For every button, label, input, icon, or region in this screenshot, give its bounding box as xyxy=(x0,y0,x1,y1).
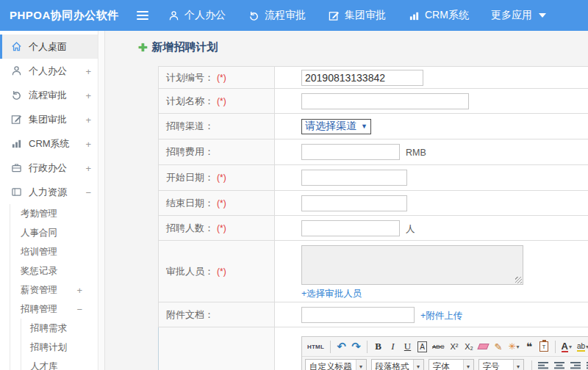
nav-workflow-approval[interactable]: 流程审批 xyxy=(248,9,306,22)
heading-dropdown[interactable]: 自定义标题 ▾ xyxy=(305,359,367,370)
wand-icon: ✳ xyxy=(508,341,515,352)
sidebar-item-crm-system[interactable]: CRM系统 + xyxy=(0,131,98,156)
align-left-button[interactable] xyxy=(536,359,551,370)
expand-icon[interactable]: + xyxy=(85,138,91,149)
superscript-button[interactable]: X² xyxy=(447,339,461,355)
nav-group-approval[interactable]: 集团审批 xyxy=(328,9,386,22)
sidebar-item-personal-office[interactable]: 个人办公 + xyxy=(0,59,98,83)
hamburger-menu-icon[interactable] xyxy=(137,11,148,20)
table-row: 审批人员：(*) +选择审批人员 xyxy=(159,241,588,302)
nav-more-apps[interactable]: 更多应用 xyxy=(491,9,546,22)
sidebar-item-group-approval[interactable]: 集团审批 + xyxy=(0,107,98,131)
sidebar-item-recruit-need[interactable]: 招聘需求 xyxy=(21,319,98,338)
app-logo: PHPOA协同办公软件 xyxy=(0,9,137,23)
field-label: 招聘费用： xyxy=(166,146,214,157)
channel-select[interactable]: 请选择渠道 ▼ xyxy=(301,119,371,134)
nav-label: 个人办公 xyxy=(184,9,226,22)
sidebar-item-training[interactable]: 培训管理 xyxy=(10,242,98,261)
headcount-input[interactable] xyxy=(301,220,400,236)
sidebar-item-recruit-plan[interactable]: 招聘计划 xyxy=(21,338,98,357)
align-justify-button[interactable] xyxy=(584,359,588,370)
font-family-dropdown[interactable]: 字体 ▾ xyxy=(429,359,474,370)
sidebar-item-label: 行政办公 xyxy=(29,162,67,175)
approver-textarea[interactable] xyxy=(301,245,523,285)
collapse-icon[interactable]: − xyxy=(85,186,91,197)
sidebar-item-talent-pool[interactable]: 人才库 xyxy=(21,357,98,370)
person-icon xyxy=(10,65,22,77)
sidebar-item-rewards[interactable]: 奖惩记录 xyxy=(10,261,98,280)
sidebar-item-attendance[interactable]: 考勤管理 xyxy=(10,204,98,223)
align-center-icon xyxy=(554,362,565,370)
briefcase-icon xyxy=(10,162,22,174)
sidebar-item-recruit-mgmt[interactable]: 招聘管理 − xyxy=(10,300,98,319)
undo-button[interactable]: ↶ xyxy=(334,339,348,355)
caret-down-icon: ▾ xyxy=(413,360,423,370)
expand-icon[interactable]: + xyxy=(85,114,91,125)
end-date-input[interactable] xyxy=(301,195,407,211)
sidebar-item-label: CRM系统 xyxy=(29,137,70,150)
table-row: 招聘人数：(*) 人 xyxy=(159,216,588,241)
expand-icon[interactable]: + xyxy=(85,65,91,76)
sidebar-item-human-resources[interactable]: 人力资源 − xyxy=(0,180,98,204)
nav-personal-office[interactable]: 个人办公 xyxy=(168,9,226,22)
font-border-button[interactable]: A xyxy=(417,341,427,352)
attachment-input[interactable] xyxy=(301,307,415,323)
hr-submenu: 考勤管理 人事合同 培训管理 奖惩记录 薪资管理 + 招聘管理 − 招聘需求 招… xyxy=(10,204,98,370)
sidebar-item-label: 个人桌面 xyxy=(29,40,67,54)
caret-down-icon xyxy=(539,13,546,18)
underline-button[interactable]: U xyxy=(401,339,415,355)
add-icon: ✚ xyxy=(138,41,148,54)
italic-button[interactable]: I xyxy=(386,339,400,355)
eraser-button[interactable] xyxy=(476,339,490,355)
editor-toolbar-row-1: HTML ↶ ↷ B I U A ABC X² X₂ ✎ xyxy=(302,337,588,357)
sidebar-item-salary[interactable]: 薪资管理 + xyxy=(10,280,98,300)
required-marker: (*) xyxy=(217,198,226,208)
plan-name-input[interactable] xyxy=(301,93,469,109)
person-icon xyxy=(168,10,179,21)
bold-button[interactable]: B xyxy=(371,339,385,355)
attachment-upload-link[interactable]: +附件上传 xyxy=(420,311,462,321)
expand-icon[interactable]: + xyxy=(85,90,91,101)
sidebar-item-admin-office[interactable]: 行政办公 + xyxy=(0,156,98,180)
sidebar-scrollbar[interactable] xyxy=(99,31,105,370)
nav-crm-system[interactable]: CRM系统 xyxy=(408,9,469,22)
required-marker: (*) xyxy=(217,96,226,106)
table-row: 开始日期：(*) xyxy=(159,165,588,191)
top-bar: PHPOA协同办公软件 个人办公 流程审批 集团审批 CRM系统 xyxy=(0,0,588,31)
nav-label: 集团审批 xyxy=(345,9,386,22)
align-right-button[interactable] xyxy=(568,359,584,370)
align-center-button[interactable] xyxy=(552,359,567,370)
resize-grip-icon[interactable] xyxy=(515,277,522,283)
expand-icon[interactable]: + xyxy=(85,162,91,173)
required-marker: (*) xyxy=(217,266,226,277)
clipboard-icon: T xyxy=(539,341,548,352)
format-painter-button[interactable]: ✳▾ xyxy=(506,339,521,355)
nav-label: 更多应用 xyxy=(491,9,532,22)
strikethrough-button[interactable]: ABC xyxy=(430,339,446,355)
paragraph-format-dropdown[interactable]: 段落格式 ▾ xyxy=(371,359,424,370)
caret-down-icon: ▾ xyxy=(569,344,572,350)
cost-input[interactable] xyxy=(301,144,400,160)
select-approver-link[interactable]: +选择审批人员 xyxy=(301,288,362,300)
paste-text-button[interactable]: T xyxy=(537,339,551,355)
channel-select-value: 请选择渠道 xyxy=(305,120,356,133)
redo-button[interactable]: ↷ xyxy=(349,339,363,355)
collapse-icon[interactable]: − xyxy=(76,304,82,315)
format-brush-button[interactable]: ✎ xyxy=(491,339,505,355)
field-label: 计划名称： xyxy=(166,95,214,106)
plan-no-input[interactable] xyxy=(301,70,423,86)
expand-icon[interactable]: + xyxy=(76,285,82,296)
start-date-input[interactable] xyxy=(301,170,407,186)
sidebar-item-workflow-approval[interactable]: 流程审批 + xyxy=(0,83,98,107)
font-size-dropdown[interactable]: 字号 ▾ xyxy=(478,359,524,370)
blockquote-button[interactable]: ❝ xyxy=(523,339,537,355)
html-source-button[interactable]: HTML xyxy=(305,339,326,355)
highlight-color-button[interactable]: ab▾ xyxy=(575,339,588,355)
font-color-button[interactable]: A▾ xyxy=(559,339,574,355)
sidebar-item-desktop[interactable]: 个人桌面 xyxy=(0,35,98,59)
subscript-button[interactable]: X₂ xyxy=(462,339,476,355)
table-row: 招聘渠道： 请选择渠道 ▼ xyxy=(159,114,588,139)
sidebar-item-hr-contract[interactable]: 人事合同 xyxy=(10,223,98,242)
table-row: 附件文档： +附件上传 xyxy=(159,302,588,327)
home-icon xyxy=(10,41,22,53)
